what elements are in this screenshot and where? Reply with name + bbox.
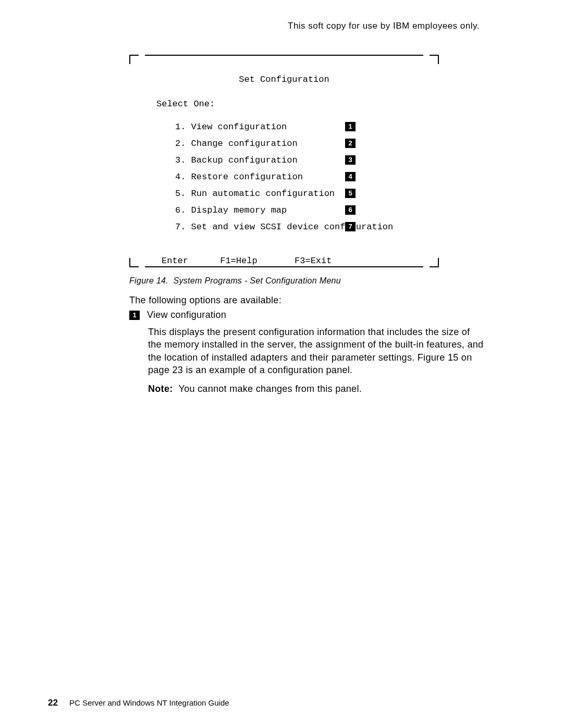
options-intro: The following options are available: xyxy=(129,295,282,306)
note-text: You cannot make changes from this panel. xyxy=(178,384,362,394)
page-number: 22 xyxy=(48,698,58,708)
option-1-title: View configuration xyxy=(147,310,226,320)
panel-title: Set Configuration xyxy=(150,75,418,84)
menu-item-label: 5. Run automatic configuration xyxy=(175,189,345,199)
panel-menu-list: 1. View configuration 1 2. Change config… xyxy=(175,118,418,235)
callout-badge-2: 2 xyxy=(345,139,356,148)
page-footer: 22 PC Server and Windows NT Integration … xyxy=(48,698,229,708)
option-description-block: 1 View configuration This displays the p… xyxy=(129,310,484,394)
menu-item-label: 1. View configuration xyxy=(175,122,345,132)
callout-badge-1-body: 1 xyxy=(129,311,140,320)
menu-item-backup-config: 3. Backup configuration 3 xyxy=(175,152,418,168)
callout-badge-6: 6 xyxy=(345,205,356,215)
header-confidentiality-note: This soft copy for use by IBM employees … xyxy=(288,21,480,31)
panel-select-label: Select One: xyxy=(156,99,418,109)
callout-badge-7: 7 xyxy=(345,222,356,231)
menu-item-change-config: 2. Change configuration 2 xyxy=(175,135,418,152)
callout-badge-4: 4 xyxy=(345,172,356,181)
menu-item-label: 3. Backup configuration xyxy=(175,155,345,165)
panel-key-hints: Enter F1=Help F3=Exit xyxy=(162,256,418,266)
menu-item-display-memory-map: 6. Display memory map 6 xyxy=(175,202,418,218)
option-1-paragraph: This displays the present configuration … xyxy=(148,326,484,376)
document-page: This soft copy for use by IBM employees … xyxy=(0,0,563,728)
option-1-note: Note: You cannot make changes from this … xyxy=(148,384,484,394)
callout-badge-5: 5 xyxy=(345,189,356,198)
menu-item-label: 6. Display memory map xyxy=(175,205,345,215)
book-title: PC Server and Windows NT Integration Gui… xyxy=(69,698,229,707)
menu-item-run-auto-config: 5. Run automatic configuration 5 xyxy=(175,185,418,202)
menu-item-label: 4. Restore configuration xyxy=(175,172,345,182)
menu-item-view-config: 1. View configuration 1 xyxy=(175,118,418,135)
config-panel: Set Configuration Select One: 1. View co… xyxy=(129,55,439,267)
callout-badge-1: 1 xyxy=(345,122,356,131)
menu-item-label: 7. Set and view SCSI device configuratio… xyxy=(175,222,345,232)
callout-badge-3: 3 xyxy=(345,155,356,165)
menu-item-scsi-config: 7. Set and view SCSI device configuratio… xyxy=(175,218,418,235)
option-1-row: 1 View configuration xyxy=(129,310,484,320)
note-label: Note: xyxy=(148,384,173,394)
menu-item-restore-config: 4. Restore configuration 4 xyxy=(175,168,418,185)
figure-caption: Figure 14. System Programs - Set Configu… xyxy=(129,276,341,286)
menu-item-label: 2. Change configuration xyxy=(175,139,345,149)
